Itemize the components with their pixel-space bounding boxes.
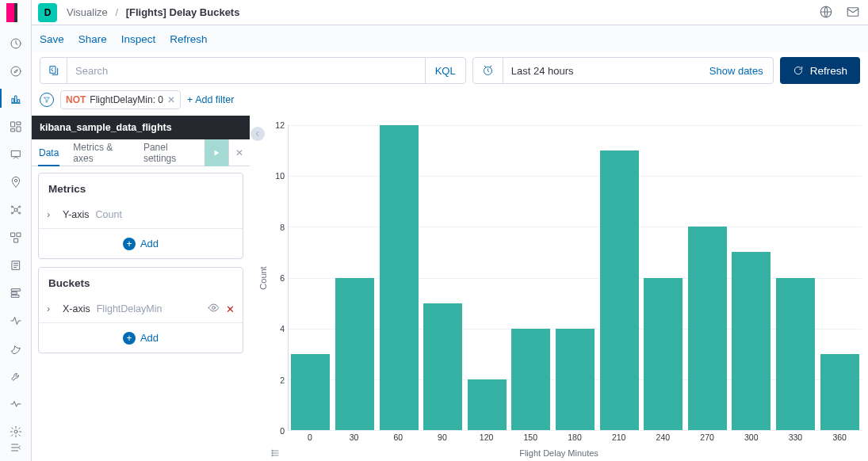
editor-tabs: Data Metrics & axes Panel settings ✕ bbox=[32, 139, 250, 166]
bar[interactable] bbox=[556, 329, 595, 430]
breadcrumb: Visualize / [Flights] Delay Buckets bbox=[67, 6, 239, 18]
dev-tools-icon[interactable] bbox=[9, 369, 23, 383]
bar[interactable] bbox=[423, 303, 462, 430]
svg-rect-5 bbox=[11, 122, 15, 127]
breadcrumb-parent[interactable]: Visualize bbox=[67, 6, 108, 18]
visualize-icon[interactable] bbox=[9, 92, 23, 106]
buckets-card: Buckets › X-axis FlightDelayMin ✕ +Add bbox=[38, 267, 243, 353]
top-bar: D Visualize / [Flights] Delay Buckets bbox=[32, 0, 868, 25]
save-link[interactable]: Save bbox=[40, 33, 64, 45]
svg-rect-22 bbox=[11, 295, 18, 298]
bar[interactable] bbox=[732, 252, 770, 430]
filter-remove-icon[interactable]: ✕ bbox=[167, 94, 175, 105]
maps-icon[interactable] bbox=[9, 175, 23, 189]
tab-metrics-axes[interactable]: Metrics & axes bbox=[66, 139, 136, 166]
search-input[interactable] bbox=[67, 58, 425, 83]
add-metric-button[interactable]: +Add bbox=[39, 228, 243, 258]
collapse-nav-icon[interactable] bbox=[9, 440, 23, 455]
refresh-button[interactable]: Refresh bbox=[780, 57, 860, 84]
tab-panel-settings[interactable]: Panel settings bbox=[136, 139, 205, 166]
svg-rect-17 bbox=[17, 233, 21, 237]
uptime-icon[interactable] bbox=[9, 314, 23, 328]
remove-agg-icon[interactable]: ✕ bbox=[226, 303, 235, 315]
svg-rect-20 bbox=[11, 289, 20, 291]
quick-time-button[interactable] bbox=[473, 58, 503, 83]
apply-changes-button[interactable] bbox=[205, 139, 228, 166]
management-icon[interactable] bbox=[9, 425, 23, 439]
svg-rect-4 bbox=[17, 100, 19, 103]
bar[interactable] bbox=[644, 278, 683, 431]
buckets-agg-row[interactable]: › X-axis FlightDelayMin ✕ bbox=[39, 295, 243, 322]
metrics-agg-row[interactable]: › Y-axis Count bbox=[39, 201, 243, 228]
filter-pill[interactable]: NOT FlightDelayMin: 0 ✕ bbox=[60, 90, 181, 109]
mail-icon[interactable] bbox=[846, 5, 862, 21]
ml-icon[interactable] bbox=[9, 203, 23, 217]
y-axis-label: Count bbox=[258, 266, 268, 289]
filter-text: FlightDelayMin: 0 bbox=[90, 94, 163, 105]
bar[interactable] bbox=[600, 150, 639, 430]
svg-point-28 bbox=[212, 307, 216, 310]
show-dates-link[interactable]: Show dates bbox=[700, 65, 773, 77]
dashboard-icon[interactable] bbox=[9, 120, 23, 134]
bar[interactable] bbox=[776, 278, 815, 431]
bar[interactable] bbox=[688, 227, 727, 430]
svg-rect-3 bbox=[15, 96, 17, 103]
svg-rect-25 bbox=[847, 7, 858, 16]
infrastructure-icon[interactable] bbox=[9, 230, 23, 245]
index-pattern-title[interactable]: kibana_sample_data_flights bbox=[32, 116, 250, 139]
inspect-link[interactable]: Inspect bbox=[121, 33, 156, 45]
bar[interactable] bbox=[335, 278, 374, 431]
metrics-agg-label: Y-axis bbox=[63, 209, 90, 220]
svg-point-1 bbox=[11, 67, 21, 76]
legend-toggle-icon[interactable] bbox=[270, 448, 281, 459]
add-bucket-button[interactable]: +Add bbox=[39, 322, 243, 352]
discard-changes-button[interactable]: ✕ bbox=[228, 139, 250, 166]
svg-point-13 bbox=[18, 206, 20, 208]
bar[interactable] bbox=[511, 329, 550, 430]
buckets-agg-label: X-axis bbox=[63, 303, 90, 314]
tab-data[interactable]: Data bbox=[32, 139, 66, 166]
refresh-button-label: Refresh bbox=[810, 65, 847, 77]
svg-rect-21 bbox=[11, 292, 17, 295]
apm-icon[interactable] bbox=[9, 286, 23, 300]
svg-point-12 bbox=[11, 206, 13, 208]
metrics-title: Metrics bbox=[39, 173, 243, 201]
svg-rect-7 bbox=[17, 127, 21, 131]
svg-point-23 bbox=[14, 430, 17, 433]
logs-icon[interactable] bbox=[9, 258, 23, 272]
monitoring-icon[interactable] bbox=[9, 397, 23, 411]
nav-rail bbox=[0, 0, 32, 461]
recently-viewed-icon[interactable] bbox=[9, 36, 23, 51]
share-link[interactable]: Share bbox=[78, 33, 107, 45]
x-axis-label: Flight Delay Minutes bbox=[256, 447, 862, 458]
query-language-toggle[interactable]: KQL bbox=[425, 58, 465, 83]
canvas-icon[interactable] bbox=[9, 147, 23, 162]
refresh-link[interactable]: Refresh bbox=[170, 33, 207, 45]
siem-icon[interactable] bbox=[9, 341, 23, 356]
bar[interactable] bbox=[291, 354, 330, 430]
discover-icon[interactable] bbox=[9, 64, 23, 78]
svg-point-31 bbox=[272, 455, 273, 456]
svg-rect-16 bbox=[11, 233, 15, 237]
news-icon[interactable] bbox=[819, 5, 835, 21]
x-axis-ticks: 0306090120150180210240270300330360 bbox=[288, 431, 862, 447]
filter-options-button[interactable] bbox=[40, 93, 54, 107]
saved-queries-button[interactable] bbox=[40, 58, 67, 83]
space-badge[interactable]: D bbox=[38, 3, 57, 22]
add-filter-link[interactable]: + Add filter bbox=[187, 94, 234, 105]
svg-rect-6 bbox=[17, 122, 21, 124]
svg-rect-9 bbox=[11, 150, 20, 156]
toggle-visibility-icon[interactable] bbox=[208, 302, 220, 316]
bar[interactable] bbox=[468, 379, 507, 430]
svg-point-15 bbox=[18, 212, 20, 214]
time-range-label[interactable]: Last 24 hours bbox=[503, 65, 700, 77]
bar[interactable] bbox=[380, 125, 419, 430]
bar[interactable] bbox=[820, 354, 859, 430]
kibana-logo-icon[interactable] bbox=[6, 3, 25, 22]
filter-bar: NOT FlightDelayMin: 0 ✕ + Add filter bbox=[32, 90, 868, 116]
chart-plot[interactable] bbox=[288, 125, 862, 431]
svg-rect-2 bbox=[12, 98, 13, 102]
svg-rect-8 bbox=[11, 129, 15, 131]
svg-point-29 bbox=[272, 450, 273, 451]
y-axis-ticks: 024681012 bbox=[270, 125, 288, 431]
